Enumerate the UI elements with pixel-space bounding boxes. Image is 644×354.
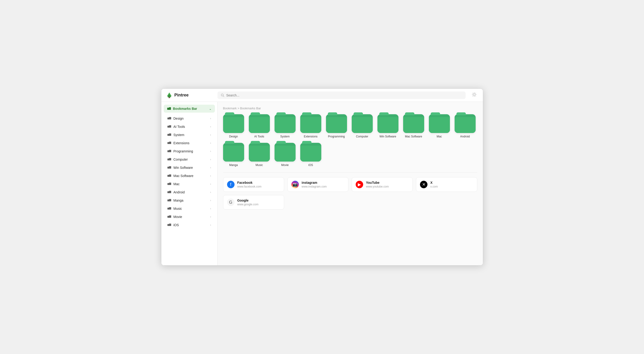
body: Bookmarks Bar ⌄ Design › AI Tools › bbox=[161, 102, 483, 265]
folder-icon bbox=[168, 223, 171, 227]
search-input[interactable] bbox=[226, 93, 462, 97]
sidebar-item-music[interactable]: Music › bbox=[163, 205, 216, 213]
chevron-right-icon: › bbox=[210, 174, 211, 178]
folder-thumbnail bbox=[352, 114, 373, 133]
folder-name: AI Tools bbox=[254, 135, 264, 138]
folder-manga[interactable]: Manga bbox=[223, 143, 244, 167]
folder-thumbnail bbox=[274, 143, 296, 161]
folder-android[interactable]: Android bbox=[454, 114, 476, 138]
sidebar-item-android[interactable]: Android › bbox=[163, 188, 216, 196]
folder-name: Extensions bbox=[304, 135, 318, 138]
folder-programming[interactable]: Programming bbox=[326, 114, 347, 138]
folder-design[interactable]: Design bbox=[223, 114, 244, 138]
svg-line-4 bbox=[223, 96, 224, 97]
sidebar-item-label: Manga bbox=[174, 199, 184, 202]
sidebar-item-computer[interactable]: Computer › bbox=[163, 155, 216, 163]
chevron-right-icon: › bbox=[210, 158, 211, 161]
folder-thumbnail bbox=[454, 114, 476, 133]
bookmark-url: x.com bbox=[430, 185, 438, 188]
folder-thumbnail bbox=[326, 114, 347, 133]
sidebar-item-mac[interactable]: Mac › bbox=[163, 180, 216, 188]
chevron-right-icon: › bbox=[210, 183, 211, 186]
folder-icon bbox=[168, 166, 171, 169]
sun-icon bbox=[472, 92, 477, 97]
folder-name: Music bbox=[256, 163, 263, 167]
svg-line-13 bbox=[472, 96, 473, 96]
folder-icon bbox=[168, 207, 171, 211]
folder-thumbnail bbox=[249, 114, 270, 133]
svg-rect-2 bbox=[168, 97, 170, 98]
folder-icon bbox=[168, 157, 171, 161]
folder-name: Android bbox=[460, 135, 470, 138]
chevron-right-icon: › bbox=[210, 207, 211, 210]
folder-icon bbox=[168, 215, 171, 219]
folder-name: Movie bbox=[281, 163, 288, 167]
facebook-favicon: f bbox=[227, 181, 234, 188]
folder-open-icon bbox=[167, 107, 171, 111]
folder-ios[interactable]: iOS bbox=[300, 143, 321, 167]
sidebar-item-ai-tools[interactable]: AI Tools › bbox=[163, 123, 216, 131]
folder-icon bbox=[168, 125, 171, 128]
sidebar-item-mac-software[interactable]: Mac Software › bbox=[163, 172, 216, 180]
bookmark-url: www.youtube.com bbox=[366, 185, 389, 188]
folder-name: iOS bbox=[308, 163, 313, 167]
folder-name: Mac bbox=[436, 135, 442, 138]
youtube-favicon: ▶ bbox=[356, 181, 363, 188]
bookmark-google[interactable]: G Google www.google.com bbox=[223, 195, 284, 210]
sidebar-item-manga[interactable]: Manga › bbox=[163, 197, 216, 204]
bookmark-title: X bbox=[430, 181, 438, 185]
instagram-favicon: 📷 bbox=[291, 181, 299, 188]
sidebar-item-label: AI Tools bbox=[174, 125, 185, 128]
theme-toggle-button[interactable] bbox=[470, 91, 478, 100]
folder-name: Programming bbox=[328, 135, 345, 138]
bookmark-facebook[interactable]: f Facebook www.facebook.com bbox=[223, 177, 284, 192]
bookmark-title: Google bbox=[237, 199, 259, 202]
sidebar-item-ios[interactable]: iOS › bbox=[163, 221, 216, 229]
x-favicon: ✕ bbox=[420, 181, 428, 188]
folder-win-software[interactable]: Win Software bbox=[378, 114, 398, 138]
bookmark-instagram[interactable]: 📷 instagram www.instagram.com bbox=[288, 177, 348, 192]
chevron-right-icon: › bbox=[210, 141, 211, 145]
folder-system[interactable]: System bbox=[274, 114, 296, 138]
bookmark-url: www.instagram.com bbox=[302, 185, 327, 188]
folder-music[interactable]: Music bbox=[249, 143, 270, 167]
sidebar-items: Design › AI Tools › System › Extensions … bbox=[161, 114, 217, 229]
folder-ai-tools[interactable]: AI Tools bbox=[249, 114, 270, 138]
app-title: Pintree bbox=[174, 93, 189, 98]
sidebar-item-label: Design bbox=[174, 117, 184, 120]
folder-icon bbox=[168, 174, 171, 178]
sidebar-item-design[interactable]: Design › bbox=[163, 114, 216, 122]
folder-computer[interactable]: Computer bbox=[352, 114, 373, 138]
sidebar-item-label: Programming bbox=[174, 149, 193, 153]
sidebar-item-win-software[interactable]: Win Software › bbox=[163, 164, 216, 171]
folder-extensions[interactable]: Extensions bbox=[300, 114, 321, 138]
bookmark-x[interactable]: ✕ X x.com bbox=[416, 177, 477, 192]
section-divider bbox=[223, 172, 477, 172]
sidebar-item-label: System bbox=[174, 133, 184, 137]
sidebar-item-movie[interactable]: Movie › bbox=[163, 213, 216, 221]
search-bar[interactable] bbox=[218, 92, 466, 99]
folder-mac-software[interactable]: Mac Software bbox=[403, 114, 424, 138]
folder-thumbnail bbox=[223, 143, 244, 161]
sidebar-bookmarks-bar[interactable]: Bookmarks Bar ⌄ bbox=[164, 105, 215, 113]
chevron-right-icon: › bbox=[210, 199, 211, 202]
bookmark-url: www.facebook.com bbox=[237, 185, 262, 188]
bookmarks-grid: f Facebook www.facebook.com 📷 instagram … bbox=[223, 177, 477, 210]
bookmark-url: www.google.com bbox=[237, 203, 259, 206]
sidebar-item-extensions[interactable]: Extensions › bbox=[163, 139, 216, 147]
folder-thumbnail bbox=[223, 114, 244, 133]
sidebar-item-system[interactable]: System › bbox=[163, 131, 216, 139]
folder-mac[interactable]: Mac bbox=[429, 114, 450, 138]
chevron-right-icon: › bbox=[210, 133, 211, 136]
folder-thumbnail bbox=[274, 114, 296, 133]
folder-thumbnail bbox=[300, 143, 321, 161]
chevron-right-icon: › bbox=[210, 215, 211, 219]
sidebar: Bookmarks Bar ⌄ Design › AI Tools › bbox=[161, 102, 218, 265]
folder-name: Design bbox=[229, 135, 238, 138]
folder-movie[interactable]: Movie bbox=[274, 143, 296, 167]
sidebar-item-label: Computer bbox=[174, 157, 188, 161]
sidebar-item-programming[interactable]: Programming › bbox=[163, 147, 216, 155]
breadcrumb: Bookmark > Bookmarks Bar bbox=[223, 107, 477, 110]
bookmark-youtube[interactable]: ▶ YouTube www.youtube.com bbox=[352, 177, 413, 192]
folder-name: Win Software bbox=[380, 135, 396, 138]
